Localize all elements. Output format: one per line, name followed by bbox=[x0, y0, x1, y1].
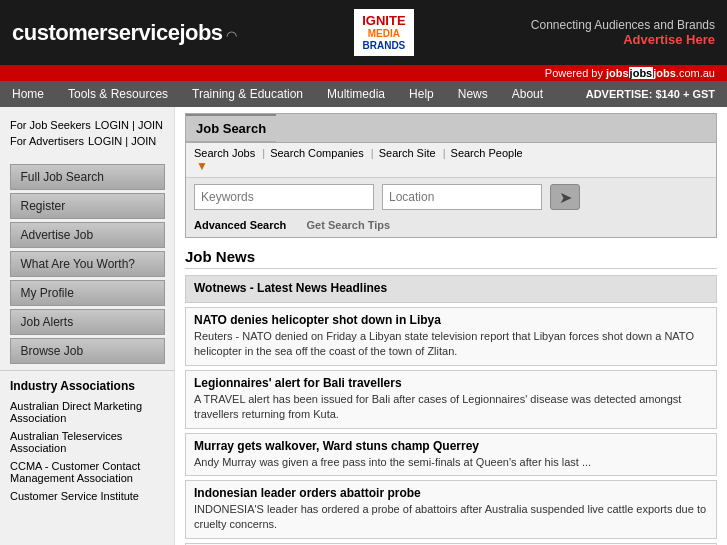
news-body-indonesia: INDONESIA'S leader has ordered a probe o… bbox=[194, 502, 708, 533]
search-form: ➤ bbox=[186, 178, 716, 216]
powered-bar: Powered by jobsjobsjobs.com.au bbox=[0, 65, 727, 81]
job-seeker-login[interactable]: LOGIN | JOIN bbox=[95, 119, 163, 131]
advanced-search-row: Advanced Search Get Search Tips bbox=[186, 216, 716, 237]
logo: customerservicejobs ◠ bbox=[12, 20, 237, 46]
job-news-section: Job News Wotnews - Latest News Headlines… bbox=[185, 248, 717, 545]
browse-job-button[interactable]: Browse Job bbox=[10, 338, 165, 364]
news-body-nato: Reuters - NATO denied on Friday a Libyan… bbox=[194, 329, 708, 360]
news-headline-wotnews[interactable]: Wotnews - Latest News Headlines bbox=[194, 281, 387, 295]
nav-help[interactable]: Help bbox=[397, 81, 446, 107]
industry-link-adma[interactable]: Australian Direct Marketing Association bbox=[0, 397, 174, 427]
sidebar: For Job Seekers LOGIN | JOIN For Adverti… bbox=[0, 107, 175, 545]
search-arrow-icon: ➤ bbox=[559, 188, 572, 207]
news-body-murray: Andy Murray was given a free pass into t… bbox=[194, 455, 708, 470]
for-advertisers-label: For Advertisers bbox=[10, 135, 84, 147]
job-alerts-button[interactable]: Job Alerts bbox=[10, 309, 165, 335]
job-search-box: Job Search Search Jobs | Search Companie… bbox=[185, 113, 717, 238]
news-headline-indonesia[interactable]: Indonesian leader orders abattoir probe bbox=[194, 486, 421, 500]
search-jobs-link[interactable]: Search Jobs bbox=[194, 147, 255, 159]
job-news-title: Job News bbox=[185, 248, 717, 269]
header-right: Connecting Audiences and Brands Advertis… bbox=[531, 18, 715, 47]
site-header: customerservicejobs ◠ IGNITE MEDIA BRAND… bbox=[0, 0, 727, 65]
search-site-link[interactable]: Search Site bbox=[379, 147, 436, 159]
main-nav: Home Tools & Resources Training & Educat… bbox=[0, 81, 727, 107]
keywords-input[interactable] bbox=[194, 184, 374, 210]
news-item-nato: NATO denies helicopter shot down in Liby… bbox=[185, 307, 717, 366]
search-people-link[interactable]: Search People bbox=[451, 147, 523, 159]
sidebar-auth: For Job Seekers LOGIN | JOIN For Adverti… bbox=[0, 113, 174, 161]
news-item-indonesia: Indonesian leader orders abattoir probe … bbox=[185, 480, 717, 539]
news-item-wotnews: Wotnews - Latest News Headlines bbox=[185, 275, 717, 303]
news-item-bali: Legionnaires' alert for Bali travellers … bbox=[185, 370, 717, 429]
industry-link-ccma[interactable]: CCMA - Customer Contact Management Assoc… bbox=[0, 457, 174, 487]
news-headline-bali[interactable]: Legionnaires' alert for Bali travellers bbox=[194, 376, 402, 390]
nav-home[interactable]: Home bbox=[0, 81, 56, 107]
news-headline-nato[interactable]: NATO denies helicopter shot down in Liby… bbox=[194, 313, 441, 327]
advertiser-login[interactable]: LOGIN | JOIN bbox=[88, 135, 156, 147]
what-are-you-worth-button[interactable]: What Are You Worth? bbox=[10, 251, 165, 277]
news-item-murray: Murray gets walkover, Ward stuns champ Q… bbox=[185, 433, 717, 476]
for-job-seekers-label: For Job Seekers bbox=[10, 119, 91, 131]
nav-about[interactable]: About bbox=[500, 81, 555, 107]
search-companies-link[interactable]: Search Companies bbox=[270, 147, 364, 159]
search-submit-button[interactable]: ➤ bbox=[550, 184, 580, 210]
nav-advertise: ADVERTISE: $140 + GST bbox=[574, 82, 727, 106]
header-banner[interactable]: IGNITE MEDIA BRANDS bbox=[354, 9, 413, 57]
location-input[interactable] bbox=[382, 184, 542, 210]
main-container: For Job Seekers LOGIN | JOIN For Adverti… bbox=[0, 107, 727, 545]
news-body-bali: A TRAVEL alert has been issued for Bali … bbox=[194, 392, 708, 423]
nav-news[interactable]: News bbox=[446, 81, 500, 107]
advanced-search-link[interactable]: Advanced Search bbox=[194, 219, 286, 231]
industry-link-csi[interactable]: Customer Service Institute bbox=[0, 487, 174, 505]
main-content: Job Search Search Jobs | Search Companie… bbox=[175, 107, 727, 545]
industry-associations-title: Industry Associations bbox=[0, 370, 174, 397]
register-button[interactable]: Register bbox=[10, 193, 165, 219]
full-job-search-button[interactable]: Full Job Search bbox=[10, 164, 165, 190]
my-profile-button[interactable]: My Profile bbox=[10, 280, 165, 306]
get-search-tips-link[interactable]: Get Search Tips bbox=[307, 219, 391, 231]
nav-training[interactable]: Training & Education bbox=[180, 81, 315, 107]
industry-link-ata[interactable]: Australian Teleservices Association bbox=[0, 427, 174, 457]
news-headline-murray[interactable]: Murray gets walkover, Ward stuns champ Q… bbox=[194, 439, 479, 453]
nav-multimedia[interactable]: Multimedia bbox=[315, 81, 397, 107]
job-search-tab[interactable]: Job Search bbox=[186, 114, 276, 142]
advertise-job-button[interactable]: Advertise Job bbox=[10, 222, 165, 248]
nav-tools[interactable]: Tools & Resources bbox=[56, 81, 180, 107]
search-links: Search Jobs | Search Companies | Search … bbox=[186, 143, 716, 178]
